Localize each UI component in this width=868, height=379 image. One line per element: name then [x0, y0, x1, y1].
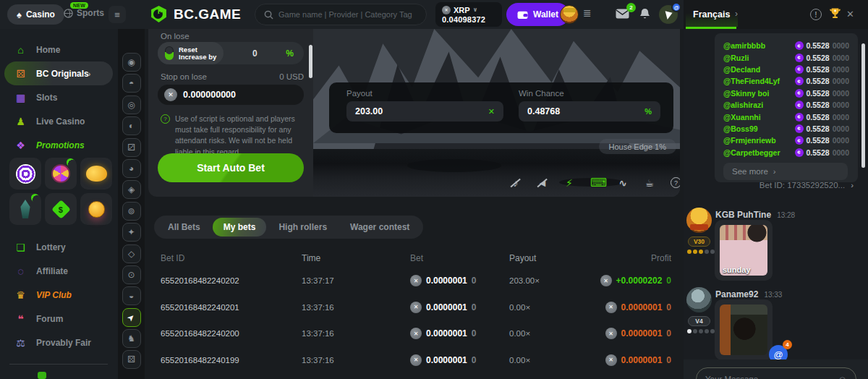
game-strip-icon[interactable]: ◇ — [122, 244, 141, 263]
game-strip-icon[interactable]: ⚂ — [122, 138, 141, 157]
table-row[interactable]: 65520168482240202 13:37:17 ✕0.00000010 2… — [148, 268, 680, 294]
close-chat-button[interactable]: ✕ — [846, 9, 854, 20]
language-chevron-icon[interactable]: › — [735, 9, 738, 19]
trends-icon[interactable]: ∿ — [617, 177, 629, 189]
avatar[interactable] — [686, 208, 712, 233]
dollar-tag-icon: ¢$ — [51, 200, 71, 219]
turbo-bolt-icon[interactable]: ⚡ — [563, 177, 575, 189]
increase-value-input[interactable]: 0 — [224, 48, 286, 59]
chat-rules-button[interactable]: ! — [810, 9, 822, 20]
game-strip-icon[interactable]: ◉ — [122, 53, 141, 72]
game-strip-icon[interactable]: ⊚ — [122, 202, 141, 221]
chat-scrollbar[interactable] — [861, 43, 865, 168]
start-auto-bet-button[interactable]: Start Auto Bet — [158, 153, 304, 182]
chevron-down-icon: ∨ — [473, 7, 478, 13]
rain-row[interactable]: @Carpetbegger¢0.55280000 — [723, 147, 849, 158]
win-chance-input[interactable]: 0.48768 % — [519, 101, 660, 122]
tab-high-rollers[interactable]: High rollers — [268, 218, 338, 237]
rain-row[interactable]: @amirbbbb¢0.55280000 — [723, 40, 849, 51]
on-lose-row: Reset Increase by 0 % — [158, 42, 304, 64]
payout-input[interactable]: 203.00 ✕ — [346, 101, 503, 122]
main-sidebar: ⌂ Home ⚄ BC Originals › ▦ Slots ♟ Live C… — [0, 29, 118, 379]
promo-tile-spin-wheel[interactable] — [9, 158, 41, 190]
tab-wager-contest[interactable]: Wager contest — [339, 218, 420, 237]
music-off-icon[interactable]: ♪ — [510, 177, 522, 189]
see-more-button[interactable]: See more › — [723, 163, 848, 180]
game-strip-icon[interactable]: ◈ — [122, 180, 141, 199]
game-strip-icon-active[interactable]: ➤ — [122, 308, 141, 327]
sidebar-item-provably-fair[interactable]: ⚖ Provably Fair — [0, 331, 118, 354]
tab-all-bets[interactable]: All Bets — [157, 218, 211, 237]
sound-off-icon[interactable]: ◄ — [537, 177, 548, 189]
rain-row[interactable]: @Frmjenriewb¢0.55280000 — [723, 135, 849, 146]
game-strip-icon[interactable]: ⊙ — [122, 265, 141, 284]
search-input[interactable] — [278, 10, 416, 19]
promo-tile-piggy-bank[interactable] — [80, 158, 112, 190]
bet-list-button[interactable]: ≣ — [583, 7, 592, 19]
sidebar-bottom-icon[interactable] — [38, 372, 46, 379]
stop-on-lose-input[interactable]: ✕ 0.000000000 — [158, 85, 304, 105]
promo-tile-lucky-wheel[interactable] — [45, 158, 77, 190]
game-strip-icon[interactable]: ◐ — [122, 116, 141, 135]
sidebar-item-home[interactable]: ⌂ Home — [0, 38, 118, 61]
seed-icon[interactable]: ☕ — [644, 177, 655, 189]
table-row[interactable]: 65520168482240201 13:37:16 ✕0.00000010 0… — [148, 294, 680, 321]
rain-row[interactable]: @Decland¢0.55280000 — [723, 64, 849, 75]
game-strip-icon[interactable]: ◕ — [122, 159, 141, 178]
table-row[interactable]: 65520168482240200 13:37:16 ✕0.00000010 0… — [148, 320, 680, 347]
game-search[interactable] — [255, 4, 427, 25]
rain-row[interactable]: @alishirazi¢0.55280000 — [723, 99, 849, 111]
table-row[interactable]: 65520168482240199 13:37:16 ✕0.00000010 0… — [148, 347, 680, 374]
chat-language-tab[interactable]: Français — [693, 9, 730, 20]
game-strip-icon[interactable]: ◓ — [122, 74, 141, 93]
sports-toggle[interactable]: Sports — [64, 8, 104, 18]
username[interactable]: KGB PuhTine — [715, 210, 771, 220]
rain-row[interactable]: @TheFiend4Lyf¢0.55280000 — [723, 75, 849, 87]
sidebar-item-live-casino[interactable]: ♟ Live Casino — [0, 109, 118, 133]
coin-icon: ¢ — [795, 41, 804, 50]
rain-row[interactable]: @Boss99¢0.55280000 — [723, 123, 849, 135]
chat-message-input[interactable]: Your Message ☺ — [696, 367, 856, 379]
game-strip-icon[interactable]: ⚄ — [122, 350, 141, 369]
promo-tile-bonus-tag[interactable]: ¢$ — [45, 193, 77, 225]
rain-row[interactable]: @Ruzli¢0.55280000 — [723, 51, 849, 63]
leaderboard-button[interactable] — [829, 7, 841, 20]
xrp-coin-icon: ✕ — [605, 354, 617, 366]
sidebar-item-vip-club[interactable]: ♛ VIP Club — [0, 283, 118, 307]
sidebar-item-lottery[interactable]: ❏ Lottery — [0, 235, 118, 259]
avatar[interactable] — [686, 287, 712, 312]
chat-gif-image[interactable]: sunday — [720, 225, 767, 276]
clear-x-icon[interactable]: ✕ — [488, 107, 495, 116]
game-strip-icon[interactable]: ✦ — [122, 223, 141, 242]
chat-gif-image[interactable] — [720, 305, 767, 355]
level-stars — [687, 329, 715, 333]
currency-selector[interactable]: ✕ XRP ∨ 0.04098372 — [435, 2, 502, 27]
promo-tile-rocket[interactable] — [9, 193, 41, 225]
game-strip-icon[interactable]: ◎ — [122, 95, 141, 114]
emoji-icon[interactable]: ☺ — [838, 374, 847, 379]
reset-increase-toggle[interactable]: Reset Increase by — [158, 42, 224, 64]
sidebar-item-bc-originals[interactable]: ⚄ BC Originals › — [0, 61, 118, 85]
game-strip-icon[interactable]: ♞ — [122, 329, 141, 348]
xrp-coin-icon: ✕ — [605, 328, 617, 339]
username[interactable]: Paname92 — [715, 289, 758, 299]
bet-panel-scrollbar[interactable] — [309, 45, 312, 78]
rain-row[interactable]: @Xuannhi¢0.55280000 — [723, 111, 849, 122]
sidebar-item-forum[interactable]: ❝ Forum — [0, 307, 118, 331]
help-icon[interactable]: ? — [671, 177, 680, 188]
sidebar-item-slots[interactable]: ▦ Slots — [0, 85, 118, 109]
casino-toggle[interactable]: ♠ Casino — [7, 4, 64, 25]
rain-row[interactable]: @Skinny boi¢0.55280000 — [723, 88, 849, 99]
bet-id-link[interactable]: Bet ID: 17335292520... › — [760, 181, 854, 190]
notifications-button[interactable] — [639, 8, 650, 20]
menu-icon: ≡ — [114, 9, 120, 20]
bcgame-logo[interactable]: BC.GAME — [150, 5, 241, 23]
promo-tile-gold-coin[interactable] — [80, 193, 112, 225]
game-strip-icon[interactable]: ◒ — [122, 286, 141, 305]
user-avatar[interactable] — [560, 5, 579, 24]
collapse-menu-button[interactable]: ≡ — [109, 6, 126, 23]
hotkeys-icon[interactable]: ⌨ — [590, 176, 602, 190]
sidebar-item-affiliate[interactable]: ◌ Affiliate — [0, 259, 118, 283]
tab-my-bets[interactable]: My bets — [213, 218, 267, 237]
sidebar-item-promotions[interactable]: ❖ Promotions — [0, 133, 118, 157]
